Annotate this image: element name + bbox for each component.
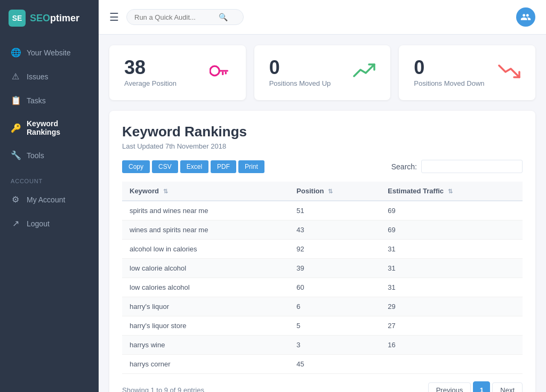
cell-keyword: spirits and wines near me [122, 201, 289, 220]
sort-icon-traffic: ⇅ [448, 188, 453, 194]
stat-card-positions-moved-down: 0 Positions Moved Down [399, 45, 535, 100]
cell-traffic: 69 [380, 201, 523, 220]
positions-moved-down-label: Positions Moved Down [414, 79, 484, 87]
search-icon: 🔍 [219, 13, 228, 21]
logo-text: SEOptimer [30, 13, 79, 24]
cell-traffic [380, 355, 523, 374]
excel-button[interactable]: Excel [180, 160, 208, 173]
csv-button[interactable]: CSV [152, 160, 178, 173]
keywords-table: Keyword ⇅ Position ⇅ Estimated Traffic ⇅ [122, 182, 523, 374]
cell-position: 92 [289, 240, 380, 259]
table-row: low calories alcohol 60 31 [122, 278, 523, 297]
main: ☰ 🔍 38 Average Position [99, 0, 546, 392]
sidebar-item-your-website[interactable]: 🌐 Your Website [0, 40, 99, 64]
logo-icon: SE [9, 10, 26, 27]
stats-row: 38 Average Position 0 Positions Moved U [109, 45, 535, 100]
sidebar-item-label: Tools [27, 151, 44, 160]
sort-icon-keyword: ⇅ [163, 188, 168, 194]
cell-position: 60 [289, 278, 380, 297]
col-keyword[interactable]: Keyword ⇅ [122, 182, 289, 201]
cell-traffic: 16 [380, 336, 523, 355]
positions-moved-up-value: 0 [269, 58, 331, 77]
arrow-down-icon [498, 62, 520, 83]
my-account-icon: ⚙ [11, 194, 20, 205]
cell-keyword: low calories alcohol [122, 278, 289, 297]
next-button[interactable]: Next [492, 382, 523, 393]
cell-traffic: 31 [380, 278, 523, 297]
col-estimated-traffic[interactable]: Estimated Traffic ⇅ [380, 182, 523, 201]
topbar-right [516, 7, 535, 27]
logout-icon: ↗ [11, 218, 20, 228]
quick-audit-search[interactable]: 🔍 [126, 9, 244, 25]
cell-keyword: harry's liquor store [122, 316, 289, 336]
table-row: alcohol low in calories 92 31 [122, 240, 523, 259]
keyword-rankings-icon: 🔑 [11, 123, 20, 133]
user-avatar[interactable] [516, 7, 535, 27]
cell-keyword: harry's liquor [122, 297, 289, 316]
sidebar-item-my-account[interactable]: ⚙ My Account [0, 187, 99, 211]
rankings-section: Keyword Rankings Last Updated 7th Novemb… [109, 111, 535, 392]
cell-keyword: harrys corner [122, 355, 289, 374]
table-header: Keyword ⇅ Position ⇅ Estimated Traffic ⇅ [122, 182, 523, 201]
sidebar-item-keyword-rankings[interactable]: 🔑 Keyword Rankings [0, 112, 99, 143]
svg-rect-2 [224, 71, 226, 74]
table-search-input[interactable] [421, 160, 523, 173]
sidebar-item-issues[interactable]: ⚠ Issues [0, 64, 99, 88]
cell-position: 5 [289, 316, 380, 336]
stat-card-average-position: 38 Average Position [109, 45, 246, 100]
sidebar-item-label: Logout [27, 219, 50, 228]
cell-position: 45 [289, 355, 380, 374]
pdf-button[interactable]: PDF [211, 160, 236, 173]
cell-traffic: 69 [380, 220, 523, 240]
svg-point-0 [210, 66, 219, 76]
positions-moved-down-value: 0 [414, 58, 484, 77]
stat-info: 0 Positions Moved Up [269, 58, 331, 87]
cell-traffic: 29 [380, 297, 523, 316]
stat-info: 38 Average Position [124, 58, 176, 87]
cell-position: 3 [289, 336, 380, 355]
print-button[interactable]: Print [238, 160, 264, 173]
toolbar: Copy CSV Excel PDF Print Search: [122, 160, 523, 173]
cell-keyword: wines and spirits near me [122, 220, 289, 240]
cell-traffic: 27 [380, 316, 523, 336]
previous-button[interactable]: Previous [428, 382, 471, 393]
table-row: spirits and wines near me 51 69 [122, 201, 523, 220]
average-position-label: Average Position [124, 79, 176, 87]
table-body: spirits and wines near me 51 69 wines an… [122, 201, 523, 374]
table-row: harrys corner 45 [122, 355, 523, 374]
website-icon: 🌐 [11, 47, 20, 58]
sidebar-item-label: My Account [27, 195, 65, 204]
showing-entries-text: Showing 1 to 9 of 9 entries [122, 386, 204, 393]
export-buttons: Copy CSV Excel PDF Print [122, 160, 264, 173]
search-filter: Search: [391, 160, 523, 173]
sidebar-item-tools[interactable]: 🔧 Tools [0, 143, 99, 167]
rankings-title: Keyword Rankings [122, 124, 523, 140]
average-position-value: 38 [124, 58, 176, 77]
cell-position: 43 [289, 220, 380, 240]
sidebar-item-label: Tasks [27, 96, 46, 105]
hamburger-button[interactable]: ☰ [109, 11, 119, 23]
search-label: Search: [391, 162, 417, 171]
sidebar-item-logout[interactable]: ↗ Logout [0, 211, 99, 235]
table-row: harry's liquor store 5 27 [122, 316, 523, 336]
topbar: ☰ 🔍 [99, 0, 546, 35]
copy-button[interactable]: Copy [122, 160, 150, 173]
col-position[interactable]: Position ⇅ [289, 182, 380, 201]
rankings-subtitle: Last Updated 7th November 2018 [122, 142, 523, 150]
cell-keyword: harrys wine [122, 336, 289, 355]
stat-info: 0 Positions Moved Down [414, 58, 484, 87]
tools-icon: 🔧 [11, 150, 20, 160]
current-page-number[interactable]: 1 [473, 381, 490, 392]
cell-traffic: 31 [380, 259, 523, 278]
cell-position: 6 [289, 297, 380, 316]
cell-position: 39 [289, 259, 380, 278]
sort-icon-position: ⇅ [328, 188, 333, 194]
cell-position: 51 [289, 201, 380, 220]
tasks-icon: 📋 [11, 95, 20, 105]
pagination: Previous 1 Next [428, 381, 523, 392]
table-row: wines and spirits near me 43 69 [122, 220, 523, 240]
sidebar-item-tasks[interactable]: 📋 Tasks [0, 88, 99, 112]
content: 38 Average Position 0 Positions Moved U [99, 35, 546, 392]
table-row: harrys wine 3 16 [122, 336, 523, 355]
search-input[interactable] [134, 13, 214, 21]
